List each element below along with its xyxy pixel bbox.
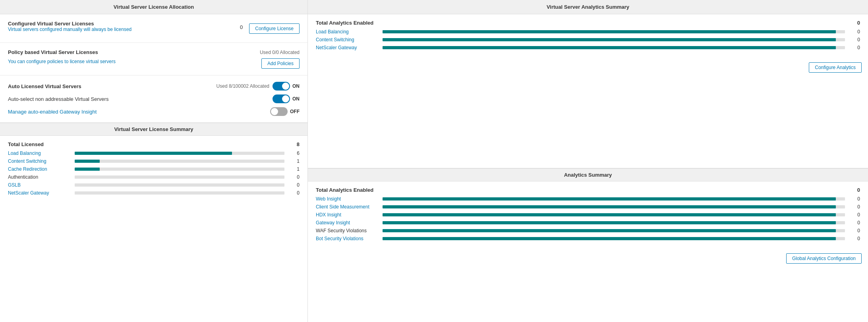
bar-track <box>75 168 284 171</box>
auto-vs-meta: Used 8/100002 Allocated <box>217 83 269 89</box>
bar-label[interactable]: Bot Security Violations <box>316 236 379 241</box>
bar-fill <box>383 229 836 232</box>
bar-value: 0 <box>288 174 300 180</box>
bar-value: 0 <box>848 204 860 210</box>
bar-label: WAF Security Violations <box>316 228 379 233</box>
policy-vs-subtitle: You can configure policies to license vi… <box>8 59 116 64</box>
left-summary-content: Total Licensed 8 Load Balancing6Content … <box>0 136 307 204</box>
bar-track <box>383 46 845 49</box>
bar-track <box>75 152 284 155</box>
left-panel-header: Virtual Server License Allocation <box>0 0 307 14</box>
auto-select-toggle[interactable] <box>273 94 290 103</box>
top-total-analytics-value: 0 <box>857 20 860 26</box>
bar-label[interactable]: HDX Insight <box>316 212 379 218</box>
right-bottom-bars: Web Insight0Client Side Measurement0HDX … <box>316 196 860 241</box>
bar-item: Content Switching1 <box>8 158 300 164</box>
bar-value: 0 <box>848 212 860 218</box>
gateway-toggle-container: OFF <box>270 107 300 116</box>
bar-value: 0 <box>848 37 860 42</box>
bar-value: 1 <box>288 166 300 172</box>
auto-vs-label: Auto Licensed Virtual Servers <box>8 83 81 89</box>
bar-label[interactable]: NetScaler Gateway <box>316 45 379 50</box>
right-panel-header: Virtual Server Analytics Summary <box>308 0 868 14</box>
bar-label[interactable]: GSLB <box>8 182 72 188</box>
gateway-toggle-label: OFF <box>290 109 300 114</box>
policy-vs-label: Policy based Virtual Server Licenses <box>8 49 98 55</box>
bar-label[interactable]: Gateway Insight <box>316 220 379 226</box>
bar-item: GSLB0 <box>8 182 300 188</box>
bar-value: 0 <box>848 220 860 226</box>
bar-track <box>383 221 845 224</box>
right-bottom-section: Analytics Summary Total Analytics Enable… <box>308 168 868 322</box>
bar-value: 6 <box>288 150 300 156</box>
bar-label: Authentication <box>8 174 72 180</box>
bar-fill <box>383 213 836 216</box>
bar-label[interactable]: Client Side Measurement <box>316 204 379 210</box>
global-analytics-button[interactable]: Global Analytics Configuration <box>786 253 862 264</box>
configured-vs-label: Configured Virtual Server Licenses <box>8 21 131 27</box>
policy-vs-meta: Used 0/0 Allocated <box>260 50 300 55</box>
gateway-toggle[interactable] <box>270 107 288 116</box>
bar-item: Load Balancing0 <box>316 29 860 35</box>
bar-fill <box>383 38 836 41</box>
bar-item: Web Insight0 <box>316 196 860 202</box>
bar-value: 1 <box>288 158 300 164</box>
policy-vs-section: Policy based Virtual Server Licenses Use… <box>0 43 307 75</box>
bar-item: HDX Insight0 <box>316 212 860 218</box>
bar-fill <box>383 237 836 240</box>
total-licensed-value: 8 <box>297 141 300 147</box>
bar-fill <box>75 160 100 163</box>
bar-track <box>75 175 284 179</box>
right-bottom-header: Analytics Summary <box>308 168 868 181</box>
bar-value: 0 <box>848 236 860 241</box>
auto-vs-toggle[interactable] <box>273 82 290 91</box>
total-licensed-label: Total Licensed <box>8 141 44 147</box>
bar-track <box>383 229 845 232</box>
bar-fill <box>75 152 232 155</box>
bar-fill <box>75 168 100 171</box>
bar-fill <box>383 221 836 224</box>
global-analytics-btn-row: Global Analytics Configuration <box>308 249 868 268</box>
auto-vs-section: Auto Licensed Virtual Servers Used 8/100… <box>0 75 307 123</box>
bar-item: NetScaler Gateway0 <box>316 45 860 50</box>
bar-label[interactable]: Load Balancing <box>8 150 72 156</box>
bar-track <box>383 30 845 33</box>
bottom-total-analytics-value: 0 <box>857 187 860 193</box>
bar-fill <box>383 205 836 208</box>
configure-analytics-button[interactable]: Configure Analytics <box>809 62 862 73</box>
bar-label[interactable]: NetScaler Gateway <box>8 190 72 196</box>
bottom-total-analytics-label: Total Analytics Enabled <box>316 187 373 193</box>
auto-vs-toggle-container: ON <box>273 82 300 91</box>
left-summary-header: Virtual Server License Summary <box>0 123 307 136</box>
bar-value: 0 <box>288 182 300 188</box>
bar-item: Gateway Insight0 <box>316 220 860 226</box>
bar-value: 0 <box>848 196 860 202</box>
bar-item: Bot Security Violations0 <box>316 236 860 241</box>
left-panel: Virtual Server License Allocation Config… <box>0 0 308 322</box>
bar-label[interactable]: Web Insight <box>316 196 379 202</box>
bar-item: Content Switching0 <box>316 37 860 42</box>
bar-track <box>383 205 845 208</box>
right-top-bars: Load Balancing0Content Switching0NetScal… <box>316 29 860 50</box>
top-total-analytics-label: Total Analytics Enabled <box>316 20 373 26</box>
bar-item: Cache Redirection1 <box>8 166 300 172</box>
bar-label[interactable]: Load Balancing <box>316 29 379 35</box>
bar-track <box>75 183 284 187</box>
bar-track <box>383 237 845 240</box>
bar-item: Load Balancing6 <box>8 150 300 156</box>
bar-label[interactable]: Content Switching <box>316 37 379 42</box>
right-top-content: Total Analytics Enabled 0 Load Balancing… <box>308 14 868 58</box>
gateway-insight-link[interactable]: Manage auto-enabled Gateway Insight <box>8 109 97 115</box>
bar-item: WAF Security Violations0 <box>316 228 860 233</box>
left-bars-container: Load Balancing6Content Switching1Cache R… <box>8 150 300 196</box>
bar-track <box>75 160 284 163</box>
configure-license-button[interactable]: Configure License <box>249 23 300 34</box>
bar-label[interactable]: Cache Redirection <box>8 166 72 172</box>
bar-track <box>383 38 845 41</box>
bar-item: Client Side Measurement0 <box>316 204 860 210</box>
configure-analytics-btn-row: Configure Analytics <box>308 58 868 77</box>
add-policies-button[interactable]: Add Policies <box>261 58 300 69</box>
bar-label[interactable]: Content Switching <box>8 158 72 164</box>
auto-select-label: Auto-select non addressable Virtual Serv… <box>8 96 108 102</box>
bar-track <box>383 213 845 216</box>
